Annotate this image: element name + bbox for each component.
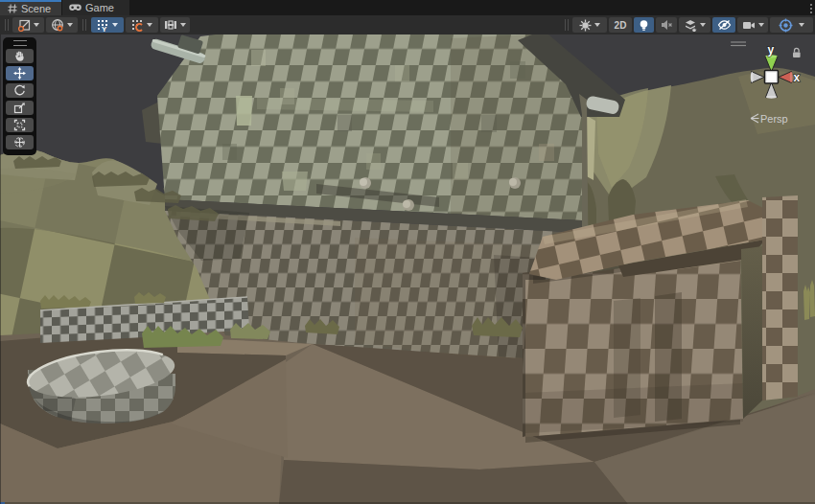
svg-text:x: x xyxy=(794,71,801,84)
svg-text:Y: Y xyxy=(102,24,107,32)
svg-text:Persp: Persp xyxy=(760,113,788,125)
svg-text:y: y xyxy=(768,43,775,57)
